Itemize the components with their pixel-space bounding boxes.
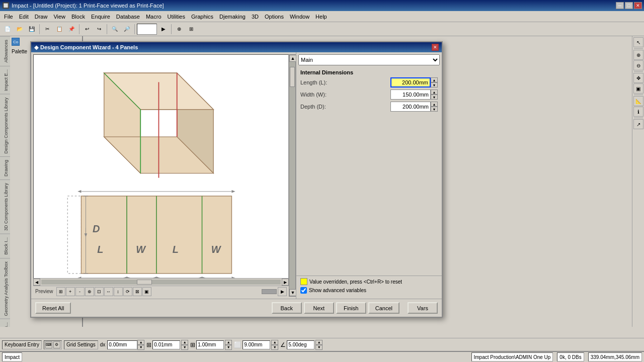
next-button[interactable]: Next xyxy=(304,302,334,314)
toolbar-btn2[interactable]: 📋 xyxy=(54,24,65,35)
tool-zoom-out[interactable]: ⊖ xyxy=(633,60,643,70)
grid3-input[interactable] xyxy=(243,340,270,349)
menu-view[interactable]: View xyxy=(50,13,68,21)
menu-draw[interactable]: Draw xyxy=(32,13,51,21)
depth-spin-up[interactable]: ▲ xyxy=(431,102,438,107)
cancel-button[interactable]: Cancel xyxy=(368,302,399,314)
toolbar-grid[interactable]: ⊞ xyxy=(186,24,197,35)
sidebar-tab-drawing[interactable]: Drawing xyxy=(0,156,10,179)
menu-edit[interactable]: Edit xyxy=(16,13,32,21)
preview-arrow-right[interactable]: ▶ xyxy=(278,287,287,296)
toolbar-snap[interactable]: ⊕ xyxy=(174,24,185,35)
toolbar-btn1[interactable]: ✂ xyxy=(42,24,53,35)
vscroll-down[interactable]: ▼ xyxy=(289,289,296,296)
grid1-spin-down[interactable]: ▼ xyxy=(181,345,188,350)
grid3-spin-up[interactable]: ▲ xyxy=(271,340,278,345)
hscroll-track[interactable] xyxy=(41,280,281,285)
depth-input[interactable] xyxy=(390,102,431,112)
advanced-vars-checkbox[interactable] xyxy=(300,287,307,294)
preview-zoom-in[interactable]: + xyxy=(66,287,75,296)
back-button[interactable]: Back xyxy=(272,302,302,314)
sidebar-tab-geometry[interactable]: Geometry Analysis Toolbox xyxy=(0,258,10,319)
sidebar-tab-allowances[interactable]: Allowances xyxy=(0,36,10,66)
sidebar-tab-block[interactable]: Block I... xyxy=(0,234,10,258)
length-input[interactable] xyxy=(390,77,431,87)
vscroll-up[interactable]: ▲ xyxy=(289,55,296,62)
angle-spin-down[interactable]: ▼ xyxy=(315,345,323,350)
menu-graphics[interactable]: Graphics xyxy=(188,13,216,21)
tool-pan[interactable]: ✥ xyxy=(633,73,643,83)
menu-djemaking[interactable]: Djemaking xyxy=(216,13,249,21)
tool-zoom-in[interactable]: ⊕ xyxy=(633,50,643,60)
menu-block[interactable]: Block xyxy=(68,13,88,21)
preview-zoom-out[interactable]: - xyxy=(75,287,85,296)
menu-options[interactable]: Options xyxy=(262,13,287,21)
toolbar-zoom-out[interactable]: 🔎 xyxy=(121,24,132,35)
grid1-spin-up[interactable]: ▲ xyxy=(181,340,188,345)
reset-all-button[interactable]: Reset All xyxy=(35,302,71,314)
toolbar-btn4[interactable]: ▶ xyxy=(158,24,169,35)
minimize-button[interactable]: ─ xyxy=(616,2,624,9)
finish-button[interactable]: Finish xyxy=(336,302,366,314)
toolbar-zoom-in[interactable]: 🔍 xyxy=(109,24,120,35)
menu-macro[interactable]: Macro xyxy=(143,13,165,21)
menu-database[interactable]: Database xyxy=(113,13,143,21)
toolbar-undo[interactable]: ↩ xyxy=(82,24,93,35)
menu-window[interactable]: Window xyxy=(287,13,312,21)
preview-slider[interactable] xyxy=(262,289,277,294)
grid3-spin-down[interactable]: ▼ xyxy=(271,345,278,350)
sidebar-tab-impact[interactable]: Impact E... xyxy=(0,66,10,94)
dx-spin-down[interactable]: ▼ xyxy=(137,345,144,350)
sidebar-tab-entity[interactable]: Entity Ins... xyxy=(0,319,10,327)
hscroll-thumb[interactable] xyxy=(137,280,152,285)
vscroll-thumb[interactable] xyxy=(290,67,295,87)
angle-spin-up[interactable]: ▲ xyxy=(315,340,323,345)
menu-enquire[interactable]: Enquire xyxy=(88,13,113,21)
hscroll-left[interactable]: ◀ xyxy=(33,279,40,286)
grid2-spin-down[interactable]: ▼ xyxy=(225,345,232,350)
preview-btn6[interactable]: ⊠ xyxy=(133,287,142,296)
tool-expand[interactable]: ↗ xyxy=(633,119,643,129)
preview-btn4[interactable]: ↕ xyxy=(114,287,123,296)
toolbar-new[interactable]: 📄 xyxy=(2,24,13,35)
preview-btn7[interactable]: ▣ xyxy=(142,287,151,296)
panel-select[interactable]: Main xyxy=(298,54,440,65)
grid2-input[interactable] xyxy=(196,340,224,349)
close-button[interactable]: ✕ xyxy=(634,2,642,9)
preview-zoom-fit[interactable]: ⊞ xyxy=(56,287,65,296)
tool-measure[interactable]: 📐 xyxy=(633,96,643,106)
tool-info[interactable]: ℹ xyxy=(633,107,643,117)
dx-spin-up[interactable]: ▲ xyxy=(137,340,144,345)
sidebar-tab-3d[interactable]: 3D Components Library xyxy=(0,179,10,234)
toolbar-input[interactable] xyxy=(137,24,157,35)
grid1-input[interactable] xyxy=(152,340,180,349)
grid2-spin-up[interactable]: ▲ xyxy=(225,340,232,345)
menu-utilities[interactable]: Utilities xyxy=(165,13,188,21)
preview-btn5[interactable]: ⟳ xyxy=(123,287,132,296)
menu-file[interactable]: File xyxy=(1,13,16,21)
sidebar-tab-components[interactable]: Design Components Library xyxy=(0,94,10,157)
preview-btn2[interactable]: ⊡ xyxy=(95,287,104,296)
preview-btn1[interactable]: ⊕ xyxy=(85,287,94,296)
preview-hscrollbar[interactable]: ◀ ▶ xyxy=(33,279,289,286)
preview-btn3[interactable]: ↔ xyxy=(104,287,113,296)
titlebar-controls[interactable]: ─ □ ✕ xyxy=(616,2,642,9)
width-spin-up[interactable]: ▲ xyxy=(431,89,438,95)
hscroll-right[interactable]: ▶ xyxy=(282,279,289,286)
depth-spin-down[interactable]: ▼ xyxy=(431,107,438,112)
keyboard-btn2[interactable]: ⚙ xyxy=(53,341,60,348)
maximize-button[interactable]: □ xyxy=(625,2,633,9)
length-spin-down[interactable]: ▼ xyxy=(431,82,438,87)
vars-button[interactable]: Vars xyxy=(408,302,438,314)
toolbar-redo[interactable]: ↪ xyxy=(94,24,105,35)
toolbar-open[interactable]: 📂 xyxy=(14,24,25,35)
toolbar-save[interactable]: 💾 xyxy=(26,24,37,35)
width-input[interactable] xyxy=(390,89,431,100)
angle-input[interactable] xyxy=(287,340,314,349)
dx-input[interactable] xyxy=(107,340,137,349)
menu-help[interactable]: Help xyxy=(312,13,330,21)
tool-cursor[interactable]: ↖ xyxy=(633,37,643,47)
menu-3d[interactable]: 3D xyxy=(249,13,262,21)
toolbar-btn3[interactable]: 📌 xyxy=(66,24,77,35)
length-spin-up[interactable]: ▲ xyxy=(431,77,438,82)
